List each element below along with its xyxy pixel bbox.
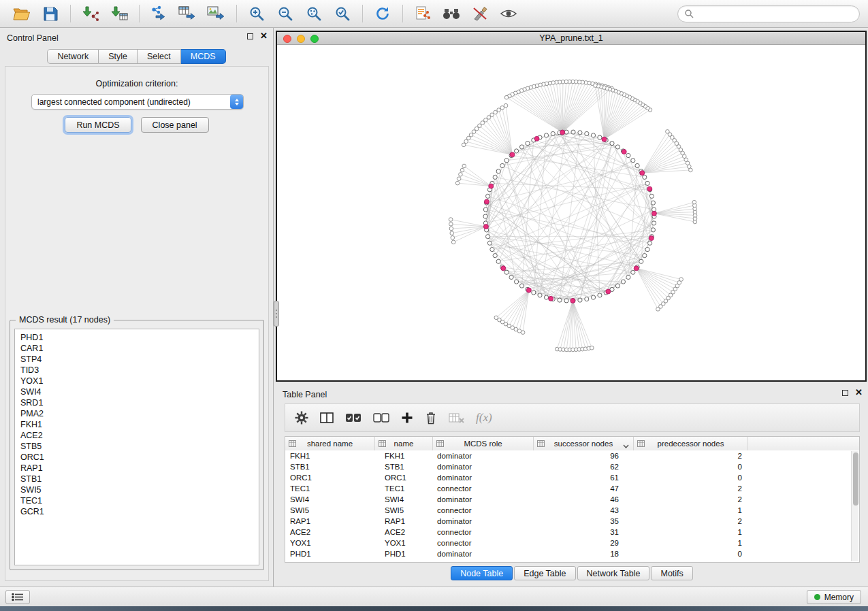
table-cell: ACE2 bbox=[375, 528, 433, 536]
import-table-button[interactable] bbox=[106, 3, 133, 24]
function-builder-button[interactable]: f(x) bbox=[476, 411, 492, 425]
result-node-item[interactable]: ORC1 bbox=[15, 452, 259, 463]
criterion-dropdown[interactable]: largest connected component (undirected) bbox=[31, 94, 244, 110]
export-table-button[interactable] bbox=[174, 3, 202, 24]
result-node-item[interactable]: SRD1 bbox=[15, 397, 259, 408]
memory-button[interactable]: Memory bbox=[807, 590, 861, 604]
refresh-button[interactable] bbox=[369, 3, 396, 24]
export-image-button[interactable] bbox=[203, 3, 230, 24]
table-row[interactable]: FKH1FKH1dominator962 bbox=[285, 450, 859, 461]
result-node-item[interactable]: PHD1 bbox=[15, 332, 259, 343]
tab-edge-table[interactable]: Edge Table bbox=[514, 566, 575, 580]
result-node-item[interactable]: GCR1 bbox=[15, 506, 259, 517]
table-cell: dominator bbox=[433, 495, 534, 503]
scrollbar-thumb[interactable] bbox=[853, 452, 858, 506]
table-row[interactable]: ORC1ORC1dominator610 bbox=[285, 472, 859, 483]
zoom-in-button[interactable] bbox=[243, 3, 270, 24]
show-columns-button[interactable] bbox=[320, 412, 334, 424]
table-settings-button[interactable] bbox=[295, 411, 308, 425]
result-node-item[interactable]: RAP1 bbox=[15, 463, 259, 474]
result-node-item[interactable]: TEC1 bbox=[15, 495, 259, 506]
tab-mcds[interactable]: MCDS bbox=[181, 49, 226, 64]
result-node-item[interactable]: SWI5 bbox=[15, 484, 259, 495]
task-history-button[interactable] bbox=[5, 590, 30, 604]
column-header-shared-name[interactable]: shared name bbox=[285, 437, 375, 450]
table-row[interactable]: YOX1YOX1connector291 bbox=[285, 538, 859, 548]
table-scrollbar[interactable] bbox=[851, 451, 858, 561]
tab-node-table[interactable]: Node Table bbox=[451, 566, 513, 580]
network-canvas[interactable] bbox=[277, 45, 865, 380]
result-node-item[interactable]: STB5 bbox=[15, 441, 259, 452]
column-header-predecessor-nodes[interactable]: predecessor nodes bbox=[634, 437, 748, 450]
zoom-out-button[interactable] bbox=[272, 3, 299, 24]
result-node-item[interactable]: PMA2 bbox=[15, 408, 259, 419]
column-header-successor-nodes[interactable]: successor nodes bbox=[534, 437, 634, 450]
sort-grid-icon bbox=[436, 440, 444, 448]
table-row[interactable]: STB1STB1dominator620 bbox=[285, 461, 859, 472]
result-node-item[interactable]: STP4 bbox=[15, 354, 259, 365]
show-hide-button[interactable] bbox=[495, 3, 522, 24]
table-row[interactable]: RAP1RAP1dominator352 bbox=[285, 516, 859, 527]
open-file-button[interactable] bbox=[8, 3, 35, 24]
table-cell: YOX1 bbox=[285, 539, 375, 547]
memory-label: Memory bbox=[824, 593, 854, 602]
open-file-icon bbox=[13, 6, 31, 21]
close-panel-icon[interactable]: ✕ bbox=[260, 33, 268, 39]
panel-splitter-handle[interactable] bbox=[274, 301, 279, 327]
import-network-button[interactable] bbox=[77, 3, 104, 24]
tab-network-table[interactable]: Network Table bbox=[577, 566, 650, 580]
tab-network[interactable]: Network bbox=[47, 49, 99, 64]
table-row[interactable]: SWI4SWI4dominator462 bbox=[285, 494, 859, 505]
style-button[interactable] bbox=[466, 3, 494, 24]
add-column-button[interactable] bbox=[401, 412, 413, 424]
tab-motifs[interactable]: Motifs bbox=[651, 566, 692, 580]
zoom-selected-button[interactable] bbox=[329, 3, 356, 24]
table-row[interactable]: TEC1TEC1connector472 bbox=[285, 483, 859, 494]
close-panel-icon[interactable]: ✕ bbox=[855, 389, 863, 396]
run-mcds-button[interactable]: Run MCDS bbox=[65, 117, 131, 133]
window-maximize-icon[interactable] bbox=[310, 35, 319, 43]
mcds-result-title: MCDS result (17 nodes) bbox=[16, 315, 114, 325]
network-view-window[interactable]: YPA_prune.txt_1 bbox=[276, 31, 867, 382]
select-all-button[interactable] bbox=[345, 412, 361, 423]
network-view-titlebar[interactable]: YPA_prune.txt_1 bbox=[277, 32, 865, 45]
share-document-button[interactable] bbox=[409, 3, 436, 24]
result-node-item[interactable]: STB1 bbox=[15, 474, 259, 484]
tab-select[interactable]: Select bbox=[138, 49, 181, 64]
search-network-button[interactable] bbox=[438, 3, 465, 24]
table-row[interactable]: PHD1PHD1dominator180 bbox=[285, 548, 859, 559]
table-cell: ACE2 bbox=[285, 528, 375, 536]
save-button[interactable] bbox=[37, 3, 64, 24]
chevron-down-icon[interactable] bbox=[623, 442, 629, 450]
import-network-icon bbox=[82, 5, 99, 22]
table-cell: 0 bbox=[634, 474, 748, 482]
column-header-name[interactable]: name bbox=[375, 437, 433, 450]
close-panel-button[interactable]: Close panel bbox=[141, 117, 209, 133]
zoom-fit-button[interactable] bbox=[300, 3, 327, 24]
float-panel-icon[interactable] bbox=[842, 390, 848, 396]
search-input[interactable] bbox=[698, 9, 853, 18]
result-node-item[interactable]: TID3 bbox=[15, 365, 259, 376]
table-row[interactable]: ACE2ACE2connector311 bbox=[285, 527, 859, 538]
table-cell: STB1 bbox=[375, 463, 433, 471]
result-node-item[interactable]: FKH1 bbox=[15, 419, 259, 430]
zoom-fit-icon bbox=[306, 5, 322, 22]
window-close-icon[interactable] bbox=[283, 35, 291, 43]
export-network-button[interactable] bbox=[146, 3, 173, 24]
tab-style[interactable]: Style bbox=[99, 49, 138, 64]
float-panel-icon[interactable] bbox=[247, 33, 253, 39]
deselect-all-icon bbox=[373, 412, 389, 423]
result-node-item[interactable]: CAR1 bbox=[15, 343, 259, 354]
result-node-item[interactable]: ACE2 bbox=[15, 430, 259, 441]
delete-column-button[interactable] bbox=[425, 411, 437, 425]
column-header-MCDS-role[interactable]: MCDS role bbox=[433, 437, 534, 450]
window-minimize-icon[interactable] bbox=[297, 35, 305, 43]
table-row[interactable]: SWI5SWI5connector431 bbox=[285, 505, 859, 516]
clear-table-button[interactable] bbox=[449, 412, 464, 423]
result-node-item[interactable]: YOX1 bbox=[15, 376, 259, 386]
deselect-all-button[interactable] bbox=[373, 412, 389, 423]
search-box[interactable] bbox=[677, 5, 860, 22]
trash-icon bbox=[425, 411, 437, 425]
mcds-result-list[interactable]: PHD1CAR1STP4TID3YOX1SWI4SRD1PMA2FKH1ACE2… bbox=[14, 329, 259, 565]
result-node-item[interactable]: SWI4 bbox=[15, 386, 259, 397]
